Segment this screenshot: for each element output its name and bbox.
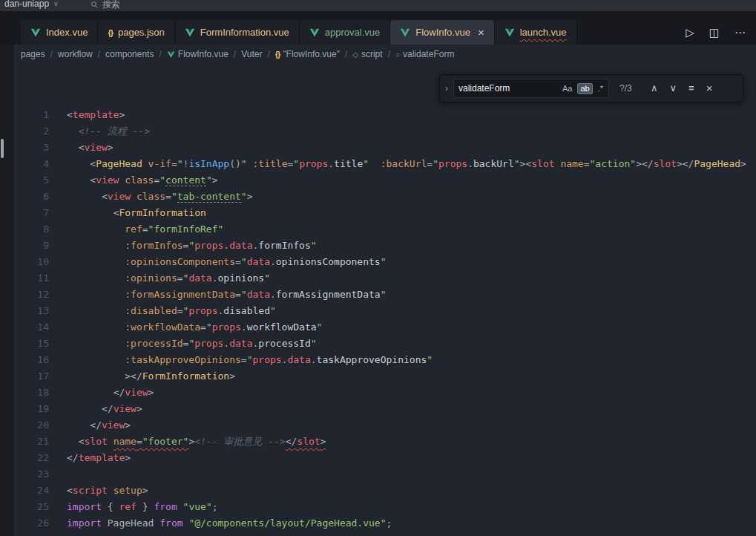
line-number: 24 (13, 483, 67, 499)
line-number: 23 (13, 466, 67, 483)
code-line: 5 <view class="content"> (13, 172, 756, 189)
tab-index-vue[interactable]: Index.vue (21, 20, 98, 45)
breadcrumb-label: pages (21, 49, 45, 59)
line-number: 2 (13, 123, 67, 140)
code-line: 7 <FormInformation (13, 205, 756, 221)
code-line: 10 :opinionsComponents="data.opinionsCom… (13, 254, 756, 270)
line-number: 5 (13, 172, 67, 189)
code-line: 11 :opinions="data.opinions" (13, 270, 756, 287)
whole-word-toggle[interactable]: ab (577, 83, 592, 94)
breadcrumb-item-pages[interactable]: pages (21, 49, 45, 59)
split-editor-button[interactable]: ◫ (709, 26, 720, 39)
tab-approval-vue[interactable]: approval.vue (300, 20, 390, 45)
code-line: 19 </view> (13, 401, 756, 417)
breadcrumb-item-workflow[interactable]: workflow (58, 49, 93, 59)
code-editor[interactable]: › Aaab.* ?/3 ∧ ∨ ≡ × 1<template>2 <!-- 流… (13, 64, 756, 536)
project-name: dan-uniapp (4, 0, 49, 9)
code-line: 17 ></FormInformation> (13, 368, 756, 385)
close-icon[interactable]: × (478, 27, 484, 38)
breadcrumb-separator: / (345, 49, 347, 59)
tab-pages-json[interactable]: {}pages.json (98, 20, 174, 45)
code-line: 2 <!-- 流程 --> (13, 123, 756, 140)
vue-icon (185, 27, 195, 38)
code-line: 3 <view> (13, 140, 756, 156)
next-match-button[interactable]: ∨ (670, 80, 677, 97)
line-number: 8 (13, 221, 67, 238)
project-menu[interactable]: dan-uniapp ∨ (4, 0, 59, 9)
code-text: ></FormInformation> (67, 368, 235, 385)
run-button[interactable]: ▷ (686, 26, 694, 39)
code-line: 4 <PageHead v-if="!isInApp()" :title="pr… (13, 156, 756, 172)
line-number: 7 (13, 205, 67, 221)
tab-forminformation-vue[interactable]: FormInformation.vue (175, 20, 300, 45)
line-number: 10 (13, 254, 67, 270)
find-toggles: Aaab.* (559, 83, 608, 94)
code-text: </view> (67, 417, 131, 434)
breadcrumb-label: components (105, 49, 154, 59)
braces-icon: {} (275, 50, 280, 59)
code-line: 13 :disabled="props.disabled" (13, 303, 756, 319)
line-number: 1 (13, 107, 67, 123)
find-nav: ∧ ∨ ≡ × (651, 80, 712, 97)
breadcrumb-item-vuter[interactable]: Vuter (241, 49, 262, 59)
code-text: :formAssignmentData="data.formAssignment… (67, 287, 387, 303)
tab-launch-vue[interactable]: launch.vue (495, 20, 577, 45)
code-text: :opinionsComponents="data.opinionsCompon… (67, 254, 387, 270)
code-line: 8 ref="formInfoRef" (13, 221, 756, 238)
global-search[interactable]: 搜索 (91, 0, 120, 11)
code-line: 16 :taskApproveOpinions="props.data.task… (13, 352, 756, 368)
tab-flowinfo-vue[interactable]: FlowInfo.vue× (390, 20, 494, 45)
regex-toggle[interactable]: .* (595, 83, 606, 94)
code-line: 22</template> (13, 450, 756, 466)
code-lines: 1<template>2 <!-- 流程 -->3 <view>4 <PageH… (13, 107, 756, 532)
breadcrumb-label: validateForm (403, 49, 454, 59)
code-text: </template> (67, 450, 131, 466)
find-widget: › Aaab.* ?/3 ∧ ∨ ≡ × (439, 74, 743, 102)
tab-label: approval.vue (325, 27, 380, 38)
code-line: 6 <view class="tab-content"> (13, 189, 756, 205)
line-number: 14 (13, 319, 67, 336)
breadcrumb-separator: / (234, 49, 236, 59)
code-text: </view> (67, 401, 142, 417)
breadcrumb-separator: / (159, 49, 161, 59)
code-text: <view> (67, 140, 114, 156)
symbol-method-icon: ○ (395, 50, 400, 59)
find-input-wrap: Aaab.* (453, 79, 609, 98)
drag-handle[interactable] (1, 139, 4, 158)
close-find-button[interactable]: × (706, 80, 713, 97)
vue-icon (400, 27, 410, 38)
find-in-selection-button[interactable]: ≡ (688, 80, 694, 97)
activity-bar-sliver (0, 45, 13, 536)
line-number: 9 (13, 238, 67, 254)
line-number: 18 (13, 385, 67, 401)
line-number: 20 (13, 417, 67, 434)
code-text: <view class="tab-content"> (67, 189, 252, 205)
toggle-replace-chevron[interactable]: › (440, 80, 453, 97)
code-text: :workflowData="props.workflowData" (67, 319, 322, 336)
breadcrumb-item--flowinfo-vue-[interactable]: {}"FlowInfo.vue" (275, 49, 340, 59)
find-input[interactable] (454, 83, 559, 94)
breadcrumb-item-flowinfo-vue[interactable]: FlowInfo.vue (167, 49, 229, 59)
breadcrumb-item-script[interactable]: ◇script (352, 49, 382, 59)
line-number: 3 (13, 140, 67, 156)
breadcrumb-separator: / (50, 49, 53, 59)
match-case-toggle[interactable]: Aa (559, 83, 575, 94)
code-text: ref="formInfoRef" (67, 221, 223, 238)
line-number: 25 (13, 499, 67, 515)
editor-actions: ▷◫⋯ (678, 20, 753, 45)
breadcrumb-item-validateform[interactable]: ○validateForm (395, 49, 454, 59)
window-chrome: dan-uniapp ∨ 搜索 Index.vue{}pages.jsonFor… (0, 0, 756, 45)
line-number: 17 (13, 368, 67, 385)
code-text: <FormInformation (67, 205, 206, 221)
code-text: <slot name="footer"><!-- 审批意见 --></slot> (67, 434, 326, 450)
breadcrumb-label: "FlowInfo.vue" (283, 49, 340, 59)
tab-label: Index.vue (46, 27, 88, 38)
code-line: 18 </view> (13, 385, 756, 401)
breadcrumb-item-components[interactable]: components (105, 49, 154, 59)
more-actions-button[interactable]: ⋯ (734, 26, 746, 39)
code-line: 14 :workflowData="props.workflowData" (13, 319, 756, 336)
line-number: 13 (13, 303, 67, 319)
code-line: 20 </view> (13, 417, 756, 434)
previous-match-button[interactable]: ∧ (651, 80, 658, 97)
code-line: 24<script setup> (13, 483, 756, 499)
